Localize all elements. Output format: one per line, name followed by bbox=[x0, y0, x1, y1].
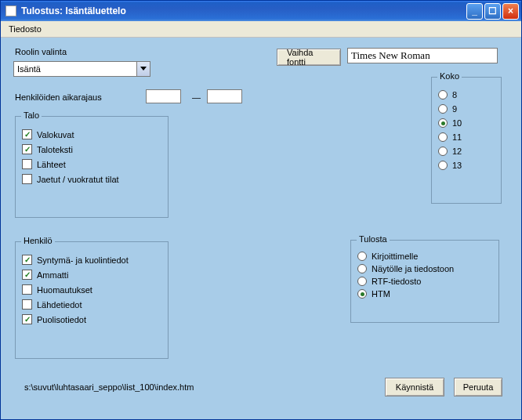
radio-icon bbox=[438, 90, 448, 100]
date-from-input[interactable] bbox=[146, 89, 181, 103]
titlebar: Tulostus: Isäntäluettelo _ ☐ × bbox=[1, 1, 521, 21]
tulosta-option-label: RTF-tiedosto bbox=[372, 277, 421, 286]
koko-option-8[interactable]: 8 bbox=[438, 90, 495, 100]
checkbox-icon bbox=[22, 144, 32, 154]
maximize-button[interactable]: ☐ bbox=[484, 3, 501, 20]
tulosta-option-0[interactable]: Kirjoittimelle bbox=[357, 252, 492, 261]
henkilo-legend: Henkilö bbox=[21, 236, 55, 245]
window-title: Tulostus: Isäntäluettelo bbox=[21, 5, 466, 16]
talo-item-label: Valokuvat bbox=[37, 130, 74, 139]
koko-option-label: 10 bbox=[452, 118, 462, 128]
talo-group: Talo ValokuvatTalotekstiLähteetJaetut / … bbox=[15, 116, 169, 218]
radio-icon bbox=[357, 289, 367, 299]
date-to-input[interactable] bbox=[207, 89, 242, 103]
talo-item-1[interactable]: Taloteksti bbox=[22, 144, 161, 154]
change-font-button-label: Vaihda fontti bbox=[287, 48, 331, 67]
checkbox-icon bbox=[22, 314, 32, 324]
tulosta-legend: Tulosta bbox=[357, 234, 390, 244]
talo-item-3[interactable]: Jaetut / vuokratut tilat bbox=[22, 174, 161, 184]
aikarajaus-sep: — bbox=[192, 92, 201, 102]
cancel-button[interactable]: Peruuta bbox=[454, 378, 502, 396]
tulosta-option-2[interactable]: RTF-tiedosto bbox=[357, 277, 492, 286]
radio-icon bbox=[438, 118, 448, 128]
menubar: Tiedosto bbox=[1, 21, 521, 38]
checkbox-icon bbox=[22, 270, 32, 280]
henkilo-item-2[interactable]: Huomautukset bbox=[22, 284, 161, 295]
tulosta-option-label: HTM bbox=[372, 289, 390, 299]
menu-file[interactable]: Tiedosto bbox=[4, 23, 46, 35]
checkbox-icon bbox=[22, 159, 32, 169]
client-area: Roolin valinta Isäntä Henkilöiden aikara… bbox=[1, 38, 521, 419]
close-button[interactable]: × bbox=[502, 3, 519, 20]
koko-group: Koko 8910111213 bbox=[431, 77, 502, 204]
radio-icon bbox=[438, 104, 448, 114]
chevron-down-icon bbox=[140, 67, 147, 71]
tulosta-option-1[interactable]: Näytölle ja tiedostoon bbox=[357, 264, 492, 273]
window: Tulostus: Isäntäluettelo _ ☐ × Tiedosto … bbox=[0, 0, 522, 420]
tulosta-option-3[interactable]: HTM bbox=[357, 289, 492, 299]
koko-option-10[interactable]: 10 bbox=[438, 118, 495, 128]
talo-item-label: Taloteksti bbox=[37, 145, 73, 154]
koko-option-label: 8 bbox=[452, 90, 457, 100]
henkilo-item-4[interactable]: Puolisotiedot bbox=[22, 314, 161, 324]
start-button-label: Käynnistä bbox=[396, 382, 433, 392]
koko-legend: Koko bbox=[437, 71, 462, 81]
app-icon bbox=[5, 5, 16, 16]
radio-icon bbox=[438, 147, 448, 156]
aikarajaus-label: Henkilöiden aikarajaus bbox=[15, 92, 102, 102]
talo-legend: Talo bbox=[21, 110, 42, 120]
talo-item-label: Jaetut / vuokratut tilat bbox=[37, 175, 119, 184]
font-name-display: Times New Roman bbox=[347, 48, 498, 63]
checkbox-icon bbox=[22, 299, 32, 310]
koko-option-label: 11 bbox=[452, 132, 462, 142]
font-name-text: Times New Roman bbox=[351, 49, 430, 62]
role-dropdown-value: Isäntä bbox=[17, 64, 41, 74]
henkilo-item-label: Huomautukset bbox=[37, 285, 92, 295]
koko-option-label: 9 bbox=[452, 104, 457, 114]
tulosta-group: Tulosta KirjoittimelleNäytölle ja tiedos… bbox=[350, 240, 499, 323]
talo-item-label: Lähteet bbox=[37, 160, 66, 169]
koko-option-label: 12 bbox=[452, 147, 462, 156]
henkilo-item-label: Puolisotiedot bbox=[37, 315, 86, 324]
henkilo-item-3[interactable]: Lähdetiedot bbox=[22, 299, 161, 310]
radio-icon bbox=[438, 132, 448, 142]
koko-option-label: 13 bbox=[452, 161, 462, 170]
radio-icon bbox=[357, 252, 367, 261]
radio-icon bbox=[357, 264, 367, 273]
checkbox-icon bbox=[22, 255, 32, 265]
henkilo-group: Henkilö Syntymä- ja kuolintiedotAmmattiH… bbox=[15, 241, 169, 359]
koko-option-13[interactable]: 13 bbox=[438, 161, 495, 170]
checkbox-icon bbox=[22, 129, 32, 139]
tulosta-option-label: Kirjoittimelle bbox=[372, 252, 418, 261]
radio-icon bbox=[438, 161, 448, 170]
role-dropdown[interactable]: Isäntä bbox=[13, 61, 150, 77]
checkbox-icon bbox=[22, 284, 32, 295]
window-buttons: _ ☐ × bbox=[466, 3, 519, 20]
koko-option-11[interactable]: 11 bbox=[438, 132, 495, 142]
output-path: s:\suvut\luhtasaari_seppo\list_100\index… bbox=[24, 382, 194, 392]
tulosta-option-label: Näytölle ja tiedostoon bbox=[372, 264, 454, 273]
cancel-button-label: Peruuta bbox=[463, 382, 494, 392]
koko-option-9[interactable]: 9 bbox=[438, 104, 495, 114]
radio-icon bbox=[357, 277, 367, 286]
change-font-button[interactable]: Vaihda fontti bbox=[277, 49, 341, 66]
minimize-button[interactable]: _ bbox=[466, 3, 483, 20]
talo-item-2[interactable]: Lähteet bbox=[22, 159, 161, 169]
henkilo-item-label: Lähdetiedot bbox=[37, 300, 82, 310]
henkilo-item-label: Syntymä- ja kuolintiedot bbox=[37, 255, 129, 265]
start-button[interactable]: Käynnistä bbox=[385, 378, 444, 396]
talo-item-0[interactable]: Valokuvat bbox=[22, 129, 161, 139]
henkilo-item-label: Ammatti bbox=[37, 270, 68, 280]
henkilo-item-0[interactable]: Syntymä- ja kuolintiedot bbox=[22, 255, 161, 265]
henkilo-item-1[interactable]: Ammatti bbox=[22, 270, 161, 280]
roolin-valinta-label: Roolin valinta bbox=[15, 47, 67, 56]
koko-option-12[interactable]: 12 bbox=[438, 147, 495, 156]
checkbox-icon bbox=[22, 174, 32, 184]
